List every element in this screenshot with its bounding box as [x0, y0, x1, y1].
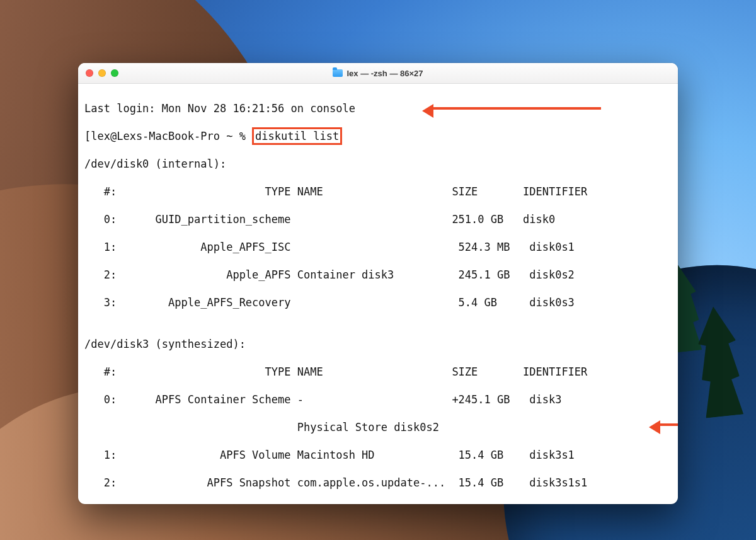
- table-row: 3: APFS Volume Preboot 681.8 MB disk3s2: [84, 503, 672, 504]
- terminal-output[interactable]: Last login: Mon Nov 28 16:21:56 on conso…: [78, 84, 678, 504]
- zoom-icon[interactable]: [111, 69, 118, 77]
- minimize-icon[interactable]: [98, 69, 106, 77]
- close-icon[interactable]: [86, 69, 93, 77]
- table-row: 1: Apple_APFS_ISC 524.3 MB disk0s1: [84, 240, 672, 254]
- last-login-line: Last login: Mon Nov 28 16:21:56 on conso…: [84, 101, 672, 115]
- folder-icon: [333, 69, 343, 77]
- window-titlebar[interactable]: lex — -zsh — 86×27: [78, 63, 678, 84]
- table-row: Physical Store disk0s2: [84, 420, 672, 434]
- window-title-text: lex — -zsh — 86×27: [346, 69, 423, 78]
- disk0-header: /dev/disk0 (internal):: [84, 157, 672, 171]
- table-row: 0: GUID_partition_scheme 251.0 GB disk0: [84, 212, 672, 226]
- highlight-command: diskutil list: [252, 127, 342, 145]
- table-row: 3: Apple_APFS_Recovery 5.4 GB disk0s3: [84, 296, 672, 309]
- table-row: 2: Apple_APFS Container disk3 245.1 GB d…: [84, 268, 672, 282]
- window-title: lex — -zsh — 86×27: [78, 69, 678, 78]
- column-headers: #: TYPE NAME SIZE IDENTIFIER: [84, 185, 672, 198]
- table-row: 1: APFS Volume Macintosh HD 15.4 GB disk…: [84, 448, 672, 462]
- desktop-wallpaper: lex — -zsh — 86×27 Last login: Mon Nov 2…: [0, 0, 756, 540]
- table-row: 0: APFS Container Scheme - +245.1 GB dis…: [84, 393, 672, 406]
- terminal-window[interactable]: lex — -zsh — 86×27 Last login: Mon Nov 2…: [78, 63, 678, 504]
- window-traffic-lights: [86, 69, 118, 77]
- table-row: 2: APFS Snapshot com.apple.os.update-...…: [84, 476, 672, 490]
- column-headers: #: TYPE NAME SIZE IDENTIFIER: [84, 365, 672, 379]
- disk3-header: /dev/disk3 (synthesized):: [84, 337, 672, 351]
- prompt-prefix: [lex@Lexs-MacBook-Pro ~ %: [84, 130, 252, 142]
- prompt-line-1: [lex@Lexs-MacBook-Pro ~ % diskutil list: [84, 129, 672, 143]
